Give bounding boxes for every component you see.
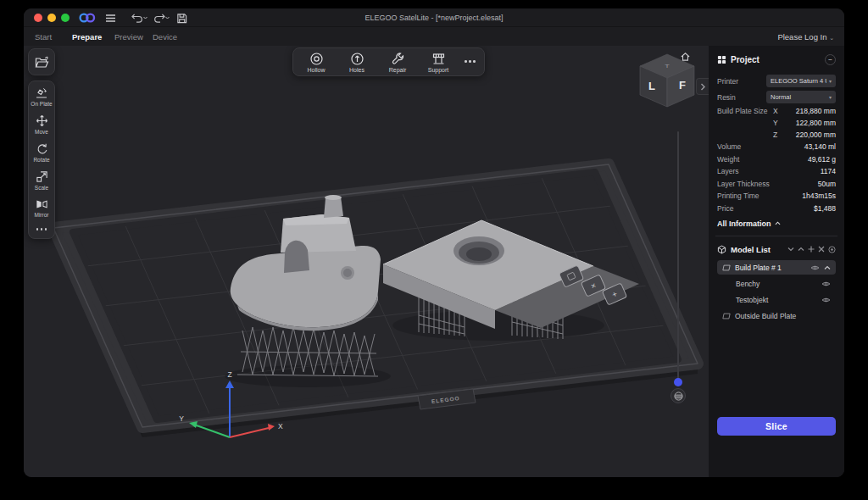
home-icon: [680, 51, 691, 62]
cube-face-left-label: L: [648, 80, 655, 92]
left-toolbar: On Plate Move Rotate: [28, 81, 55, 239]
delete-model-icon[interactable]: [818, 246, 825, 253]
tool-scale[interactable]: Scale: [29, 170, 54, 191]
home-view-button[interactable]: [678, 49, 693, 64]
collapse-all-icon[interactable]: [798, 247, 804, 252]
plate-icon: [722, 313, 731, 319]
chevron-right-icon: [700, 83, 705, 91]
chevron-down-icon: ▾: [829, 78, 832, 84]
more-actions-icon[interactable]: [465, 58, 476, 66]
viewport-3d[interactable]: ELEGOO: [24, 46, 709, 477]
build-plate-size-row-y: Y 122,800 mm: [717, 117, 836, 129]
axis-z-label: Z: [227, 370, 231, 379]
open-folder-icon: [35, 56, 49, 69]
repair-wrench-icon: [391, 52, 405, 66]
cube-face-top-label: T: [665, 64, 670, 69]
rotate-icon: [36, 142, 48, 155]
scene-canvas: ELEGOO: [24, 46, 709, 477]
printer-select[interactable]: ELEGOO Saturn 4 Ultra ▾: [766, 75, 836, 87]
support-icon: [431, 52, 446, 66]
build-plate-x-value: 218,880 mm: [796, 107, 836, 115]
tool-hollow[interactable]: Hollow: [302, 52, 331, 73]
resin-label: Resin: [717, 93, 736, 102]
tool-holes[interactable]: Holes: [342, 52, 371, 73]
visibility-eye-icon[interactable]: [810, 264, 820, 271]
build-plate-size-row-z: Z 220,000 mm: [717, 129, 836, 141]
stat-row: Volume 43,140 ml: [717, 141, 836, 153]
stat-row: Layer Thickness 50um: [717, 178, 836, 191]
build-plate-size-label: Build Plate Size: [717, 107, 768, 115]
chevron-up-icon: [775, 221, 781, 225]
model-list-header: Model List: [717, 242, 836, 256]
scale-icon: [36, 170, 48, 183]
layer-slider-track[interactable]: [677, 131, 679, 381]
login-label: Please Log In: [777, 32, 826, 42]
all-information-toggle[interactable]: All Information: [717, 216, 836, 231]
panel-divider: [715, 236, 837, 236]
tool-mirror[interactable]: Mirror: [29, 198, 54, 218]
model-list-cube-icon: [717, 245, 726, 254]
chevron-down-icon: ⌄: [829, 35, 834, 41]
model-list-item-build-plate-1[interactable]: Build Plate # 1: [717, 260, 836, 275]
list-options-icon[interactable]: [828, 246, 836, 253]
tab-start[interactable]: Start: [35, 28, 52, 46]
stat-row: Price $1,488: [717, 203, 836, 215]
top-toolbar: Hollow Holes Repair: [292, 47, 485, 76]
clipping-icon: [674, 392, 683, 401]
model-list-title: Model List: [731, 245, 771, 254]
tab-device[interactable]: Device: [153, 28, 177, 46]
hollow-icon: [309, 52, 324, 66]
right-panel: Project − Printer ELEGOO Saturn 4 Ultra …: [709, 46, 844, 477]
resin-row: Resin Normal ▾: [717, 89, 836, 105]
tool-repair[interactable]: Repair: [383, 52, 412, 73]
add-model-icon[interactable]: [808, 246, 815, 253]
window-title: ELEGOO SatelLite - [*newProject.elesat]: [24, 8, 844, 27]
project-grid-icon: [717, 55, 726, 64]
build-plate-size-row-x: Build Plate Size X 218,880 mm: [717, 105, 836, 117]
printer-value: ELEGOO Saturn 4 Ultra: [771, 77, 826, 85]
stat-row: Layers 1174: [717, 165, 836, 178]
move-icon: [36, 114, 48, 127]
project-section-header: Project −: [717, 53, 836, 66]
tab-preview[interactable]: Preview: [114, 28, 143, 46]
printer-label: Printer: [717, 77, 738, 86]
model-list-item-benchy[interactable]: Benchy: [717, 276, 836, 291]
import-model-button[interactable]: [28, 48, 55, 75]
tool-on-plate[interactable]: On Plate: [29, 87, 54, 107]
stat-row: Printing Time 1h43m15s: [717, 190, 836, 203]
plate-icon: [722, 264, 731, 271]
resin-select[interactable]: Normal ▾: [766, 91, 836, 103]
layer-slider-handle[interactable]: [674, 378, 682, 386]
tab-bar: Start Prepare Preview Device Please Log …: [24, 28, 844, 46]
model-list-item-testobjekt[interactable]: Testobjekt: [717, 292, 836, 307]
expand-all-icon[interactable]: [787, 247, 794, 252]
printer-row: Printer ELEGOO Saturn 4 Ultra ▾: [717, 73, 836, 89]
slice-button[interactable]: Slice: [717, 417, 836, 436]
chevron-up-icon[interactable]: [824, 265, 831, 270]
mirror-icon: [36, 198, 48, 210]
more-tools-icon[interactable]: [36, 225, 47, 234]
tool-move[interactable]: Move: [29, 114, 54, 135]
axis-x-label: X: [278, 422, 283, 431]
model-list-item-outside-build-plate[interactable]: Outside Build Plate: [717, 308, 836, 323]
panel-collapse-toggle[interactable]: [696, 78, 709, 95]
holes-icon: [350, 52, 364, 66]
tab-prepare[interactable]: Prepare: [72, 28, 102, 46]
tool-rotate[interactable]: Rotate: [29, 142, 54, 163]
cube-face-front-label: F: [679, 79, 686, 92]
project-title: Project: [731, 55, 760, 64]
project-collapse-button[interactable]: −: [825, 54, 836, 65]
clipping-view-button[interactable]: [670, 388, 686, 403]
title-bar: ELEGOO SatelLite - [*newProject.elesat]: [24, 8, 844, 27]
tool-support[interactable]: Support: [424, 52, 453, 73]
visibility-eye-icon[interactable]: [821, 281, 831, 287]
build-plate-y-value: 122,800 mm: [796, 119, 836, 127]
resin-value: Normal: [771, 93, 826, 101]
axis-y-label: Y: [179, 414, 184, 423]
app-window: ELEGOO SatelLite - [*newProject.elesat] …: [24, 8, 844, 477]
chevron-down-icon: ▾: [829, 94, 832, 100]
on-plate-icon: [35, 87, 48, 99]
login-menu[interactable]: Please Log In ⌄: [777, 28, 834, 46]
visibility-eye-icon[interactable]: [821, 297, 831, 303]
build-plate-z-value: 220,000 mm: [796, 131, 836, 139]
